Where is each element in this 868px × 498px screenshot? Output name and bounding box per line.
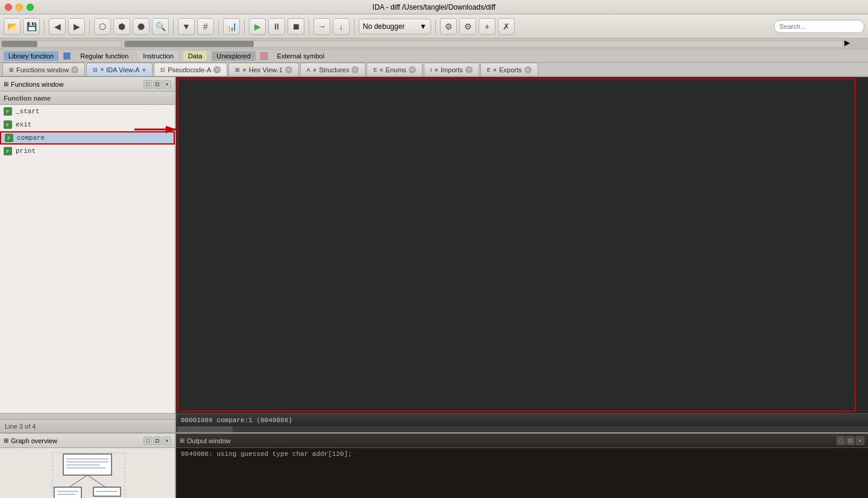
function-item-exit[interactable]: F exit — [0, 118, 175, 131]
output-window-icon: ⊞ — [180, 437, 184, 444]
traffic-lights — [5, 4, 34, 11]
pseudocode-label: Pseudocode-A — [168, 66, 211, 73]
open-button[interactable]: 📂 — [4, 18, 20, 35]
imports-close[interactable]: × — [435, 66, 438, 73]
scroll-thumb-1[interactable] — [2, 41, 37, 47]
enums-close2[interactable]: × — [409, 66, 416, 73]
imports-close2[interactable]: × — [465, 66, 473, 73]
panel-close-button[interactable]: × — [163, 80, 171, 89]
graph-content-area — [0, 448, 175, 498]
tab-pseudocode-a[interactable]: ⊡ Pseudocode-A × — [154, 63, 227, 76]
code-line-9: 9 JUMPOUT(sys_read(fd, buf1, 0x80u), 0, … — [176, 166, 868, 177]
ida-view-label: IDA View-A — [106, 66, 139, 73]
functions-panel-icon: ⊞ — [4, 81, 8, 87]
save-button[interactable]: 💾 — [23, 18, 40, 35]
function-icon-print: F — [4, 147, 12, 155]
find-button[interactable]: 🔍 — [152, 18, 169, 35]
search-input[interactable] — [774, 20, 864, 33]
stop-button[interactable]: ⏹ — [288, 18, 304, 35]
code-horizontal-scrollbar[interactable] — [176, 426, 868, 432]
settings1-button[interactable]: ⚙ — [440, 18, 457, 35]
tab-structures[interactable]: A × Structures × — [300, 63, 366, 76]
code-panel: 1 int __cdecl compare(int a1, int fd) 2 … — [176, 77, 868, 432]
graph-minimize-button[interactable]: □ — [143, 437, 152, 445]
panel-tabbar: ⊞ Functions window × ⊟ × IDA View-A × ⊡ … — [0, 63, 868, 77]
settings3-button[interactable]: + — [479, 18, 495, 35]
tab-ida-view-a[interactable]: ⊟ × IDA View-A × — [86, 63, 153, 76]
code-status-bar: 00001086 compare:1 (8049086) — [176, 413, 868, 426]
structures-close2[interactable]: × — [351, 66, 359, 73]
pause-button[interactable]: ⏸ — [268, 18, 285, 35]
nav3-button[interactable]: ⬣ — [133, 18, 149, 35]
tab-imports[interactable]: I × Imports × — [424, 63, 479, 76]
main-layout: ⊞ Functions window □ ⊡ × Function name F… — [0, 77, 868, 432]
ida-view-close[interactable]: × — [100, 66, 104, 73]
panel-scrollbar[interactable] — [0, 413, 175, 419]
function-icon-start: F — [4, 107, 12, 116]
functions-window-close[interactable]: × — [71, 66, 78, 73]
minimize-button[interactable] — [16, 4, 23, 11]
structures-icon: A — [307, 67, 310, 73]
forward-button[interactable]: ▶ — [68, 18, 85, 35]
hex-button[interactable]: # — [197, 18, 214, 35]
debug-next-button[interactable]: → — [313, 18, 330, 35]
hex-view-close2[interactable]: × — [285, 66, 292, 73]
exports-close[interactable]: × — [493, 66, 497, 73]
tag-regular-function: Regular function — [75, 51, 133, 61]
scroll-thumb-2[interactable] — [125, 41, 254, 47]
code-line-13: 13 v2 = buf1[i]; — [176, 210, 868, 220]
debugger-select[interactable]: No debugger ▼ — [359, 19, 431, 34]
functions-window-icon: ⊞ — [9, 67, 14, 73]
sep1 — [44, 19, 45, 34]
enums-close[interactable]: × — [379, 66, 383, 73]
tab-functions-window[interactable]: ⊞ Functions window × — [2, 63, 85, 76]
tab-enums[interactable]: E × Enums × — [366, 63, 423, 76]
hex-view-close[interactable]: × — [242, 66, 246, 73]
graph-close-button[interactable]: × — [163, 437, 171, 445]
scroll-track-2[interactable] — [124, 40, 843, 48]
code-line-5: 5 unsigned int i; // [esp+4h] [ebp-7Ch] — [176, 123, 868, 134]
code-line-7: 7 — [176, 145, 868, 155]
run-button[interactable]: ▶ — [249, 18, 266, 35]
output-minimize-button[interactable]: □ — [837, 437, 845, 445]
code-line-4: 4 int v4; // [esp+0h] [ebp-80h] — [176, 112, 868, 123]
sep3 — [173, 19, 174, 34]
settings4-button[interactable]: ✗ — [498, 18, 515, 35]
imports-label: Imports — [441, 66, 463, 73]
pseudocode-close[interactable]: × — [213, 66, 221, 73]
panel-float-button[interactable]: ⊡ — [153, 80, 162, 89]
back-button[interactable]: ◀ — [49, 18, 66, 35]
output-text: 8049086: using guessed type char addr[12… — [181, 450, 352, 458]
function-item-compare[interactable]: F compare — [0, 131, 175, 145]
code-line-12: 12 { — [176, 199, 868, 210]
tab-exports[interactable]: E × Exports × — [480, 63, 538, 76]
close-button[interactable] — [5, 4, 12, 11]
function-item-start[interactable]: F _start — [0, 105, 175, 118]
scroll-arrow[interactable]: ▶ — [844, 39, 868, 49]
nav-button[interactable]: ⬡ — [94, 18, 111, 35]
structures-close[interactable]: × — [313, 66, 316, 73]
code-scroll-thumb[interactable] — [177, 426, 233, 432]
nav2-button[interactable]: ⬢ — [113, 18, 130, 35]
functions-panel: ⊞ Functions window □ ⊡ × Function name F… — [0, 77, 176, 432]
ida-view-close2[interactable]: × — [142, 66, 146, 73]
graph-float-button[interactable]: ⊡ — [153, 437, 162, 445]
output-float-button[interactable]: ⊡ — [846, 437, 855, 445]
function-item-print[interactable]: F print — [0, 145, 175, 158]
exports-close2[interactable]: × — [524, 66, 532, 73]
maximize-button[interactable] — [27, 4, 34, 11]
svg-line-7 — [87, 475, 105, 487]
settings2-button[interactable]: ⚙ — [459, 18, 476, 35]
output-close-button[interactable]: × — [856, 437, 864, 445]
debug-step-button[interactable]: ↓ — [333, 18, 350, 35]
chart-button[interactable]: 📊 — [223, 18, 240, 35]
code-view[interactable]: 1 int __cdecl compare(int a1, int fd) 2 … — [176, 77, 868, 413]
panel-minimize-button[interactable]: □ — [143, 80, 152, 89]
function-name-compare: compare — [17, 134, 45, 142]
code-line-8: 8 v4 = 0; — [176, 155, 868, 166]
scroll-track-1[interactable] — [1, 40, 122, 48]
tag-instruction: Instruction — [138, 51, 178, 61]
panel-status-text: Line 3 of 4 — [5, 423, 36, 430]
step-button[interactable]: ▼ — [178, 18, 195, 35]
tab-hex-view-1[interactable]: ⊞ × Hex View-1 × — [228, 63, 298, 76]
